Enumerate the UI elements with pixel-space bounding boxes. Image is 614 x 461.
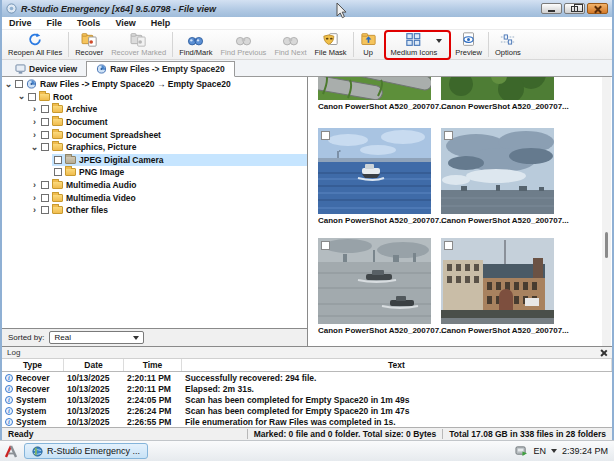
tree-item-document[interactable]: Document — [2, 116, 307, 129]
language-dropdown-arrow[interactable] — [551, 449, 557, 453]
log-text: Elapsed: 2m 31s. — [182, 384, 612, 394]
sorted-by-select[interactable]: Real — [49, 331, 144, 344]
log-text: Successfully recovered: 294 file. — [182, 373, 612, 383]
thumbnail-item-1[interactable]: Canon PowerShot A520_200707... — [318, 77, 431, 111]
checkbox[interactable] — [15, 80, 23, 88]
log-column-text[interactable]: Text — [182, 359, 612, 371]
taskbar-app-label: R-Studio Emergency ... — [47, 446, 140, 456]
checkbox[interactable] — [444, 241, 453, 250]
tree-item-multimedia-video[interactable]: Multimedia Video — [2, 191, 307, 204]
log-close-icon[interactable] — [600, 349, 607, 356]
log-time: 2:26:24 PM — [124, 406, 182, 416]
log-row[interactable]: System 10/13/2025 2:24:05 PM Scan has be… — [2, 394, 612, 405]
thumbnail-image-boat — [318, 128, 431, 214]
restore-button[interactable] — [564, 3, 585, 14]
tree-item-graphics-picture[interactable]: Graphics, Picture — [2, 141, 307, 154]
thumbnail-image-trees — [441, 77, 554, 100]
file-mask-button[interactable]: File Mask — [310, 31, 350, 59]
tree-item-label: Raw Files -> Empty Space20 → Empty Space… — [40, 79, 231, 89]
checkbox[interactable] — [321, 131, 330, 140]
checkbox[interactable] — [41, 206, 49, 214]
reopen-all-files-button[interactable]: Reopen All Files — [4, 31, 66, 59]
checkbox[interactable] — [41, 105, 49, 113]
tree-item-root[interactable]: Root — [2, 91, 307, 104]
options-button[interactable]: Options — [491, 31, 525, 59]
chevron-down-icon[interactable] — [17, 93, 26, 100]
checkbox[interactable] — [444, 131, 453, 140]
menu-help[interactable]: Help — [151, 18, 171, 28]
tab-raw-files[interactable]: Raw Files -> Empty Space20 — [86, 61, 235, 77]
log-row[interactable]: Recover 10/13/2025 2:20:11 PM Successful… — [2, 372, 612, 383]
tab-device-view[interactable]: Device view — [6, 61, 86, 76]
checkbox[interactable] — [41, 143, 49, 151]
menu-view[interactable]: View — [115, 18, 135, 28]
preview-button[interactable]: Preview — [451, 31, 486, 59]
scrollbar-thumb[interactable] — [605, 232, 608, 258]
thumbnail-item-4[interactable]: Canon PowerShot A520_200707... — [441, 128, 554, 225]
chevron-down-icon[interactable] — [4, 81, 13, 88]
language-indicator[interactable]: EN — [533, 446, 546, 456]
tree-item-document-spreadsheet[interactable]: Document Spreadsheet — [2, 128, 307, 141]
folder-icon — [52, 181, 63, 189]
safely-remove-icon[interactable] — [515, 445, 528, 457]
reopen-icon — [27, 32, 43, 47]
log-column-date[interactable]: Date — [64, 359, 124, 371]
thumbnail-item-2[interactable]: Canon PowerShot A520_200707... — [441, 77, 554, 111]
tree-item-archive[interactable]: Archive — [2, 103, 307, 116]
tree-item-multimedia-audio[interactable]: Multimedia Audio — [2, 179, 307, 192]
chevron-right-icon[interactable] — [30, 205, 39, 215]
restore-icon — [571, 6, 578, 12]
toolbar-label: Preview — [455, 48, 482, 57]
find-mark-button[interactable]: Find/Mark — [175, 31, 216, 59]
chevron-right-icon[interactable] — [30, 193, 39, 203]
checkbox[interactable] — [41, 194, 49, 202]
medium-icons-button[interactable]: Medium Icons — [387, 31, 442, 59]
tab-label: Raw Files -> Empty Space20 — [110, 64, 225, 74]
thumbnail-item-5[interactable]: Canon PowerShot A520_200707... — [318, 238, 431, 335]
folder-tree: Raw Files -> Empty Space20 → Empty Space… — [2, 77, 307, 329]
find-next-button: Find Next — [270, 31, 310, 59]
tree-item-raw-files[interactable]: Raw Files -> Empty Space20 → Empty Space… — [2, 78, 307, 91]
toolbar-separator — [68, 32, 69, 57]
up-button[interactable]: Up — [356, 31, 381, 59]
log-date: 10/13/2025 — [64, 395, 124, 405]
toolbar-label: Recover — [75, 48, 103, 57]
checkbox[interactable] — [28, 93, 36, 101]
menu-tools[interactable]: Tools — [77, 18, 100, 28]
chevron-down-icon[interactable] — [30, 144, 39, 151]
medium-icons-dropdown-arrow[interactable] — [436, 39, 442, 43]
system-tray: EN 2:39:24 PM — [515, 445, 610, 457]
menu-file[interactable]: File — [47, 18, 63, 28]
vertical-scrollbar[interactable] — [602, 77, 611, 346]
close-button[interactable] — [587, 3, 608, 14]
log-row[interactable]: System 10/13/2025 2:26:24 PM Scan has be… — [2, 405, 612, 416]
taskbar-app-button[interactable]: R-Studio Emergency ... — [24, 443, 148, 459]
checkbox[interactable] — [54, 168, 62, 176]
checkbox[interactable] — [41, 131, 49, 139]
log-column-time[interactable]: Time — [124, 359, 182, 371]
find-previous-icon — [235, 32, 252, 47]
menu-drive[interactable]: Drive — [9, 18, 32, 28]
log-column-type[interactable]: Type — [2, 359, 64, 371]
chevron-right-icon[interactable] — [30, 180, 39, 190]
thumbnail-item-3[interactable]: Canon PowerShot A520_200707... — [318, 128, 431, 225]
log-type: System — [16, 417, 46, 427]
chevron-right-icon[interactable] — [30, 104, 39, 114]
tree-item-other-files[interactable]: Other files — [2, 204, 307, 217]
up-icon — [360, 32, 377, 47]
log-text: File enumeration for Raw Files was compl… — [182, 417, 612, 427]
chevron-right-icon[interactable] — [30, 130, 39, 140]
checkbox[interactable] — [41, 181, 49, 189]
thumbnail-item-6[interactable]: Canon PowerShot A520_200707... — [441, 238, 554, 335]
tree-item-png-image[interactable]: PNG Image — [2, 166, 307, 179]
checkbox[interactable] — [321, 241, 330, 250]
tree-item-jpeg-digital-camera[interactable]: JPEG Digital Camera — [2, 154, 307, 167]
checkbox[interactable] — [54, 156, 62, 164]
checkbox[interactable] — [41, 118, 49, 126]
chevron-right-icon[interactable] — [30, 117, 39, 127]
recover-button[interactable]: Recover — [71, 31, 107, 59]
minimize-button[interactable] — [541, 3, 562, 14]
system-menu-icon[interactable] — [4, 444, 20, 459]
log-row[interactable]: System 10/13/2025 2:26:55 PM File enumer… — [2, 416, 612, 427]
log-row[interactable]: Recover 10/13/2025 2:20:11 PM Elapsed: 2… — [2, 383, 612, 394]
